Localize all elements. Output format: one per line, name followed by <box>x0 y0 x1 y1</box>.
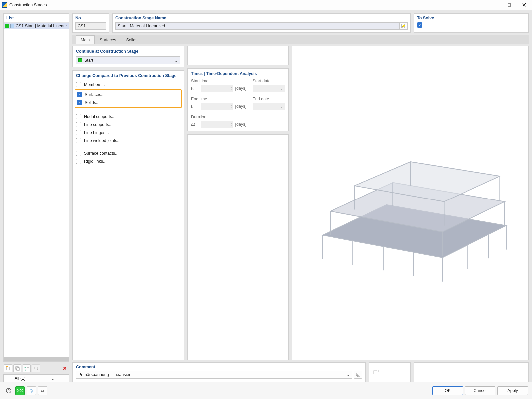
te-symbol: tₑ <box>191 104 199 109</box>
name-panel: Construction Stage Name Start | Material… <box>112 13 411 33</box>
minimize-button[interactable] <box>487 0 502 10</box>
no-heading: No. <box>75 16 106 20</box>
export-button[interactable] <box>372 368 380 376</box>
tab-main[interactable]: Main <box>76 35 95 44</box>
change-surfaces-label: Surfaces... <box>85 92 105 97</box>
stage-filter-label: All (1) <box>4 376 36 381</box>
continue-value: Start <box>84 58 93 63</box>
change-heading: Change Compared to Previous Construction… <box>76 73 180 78</box>
change-line-supports-checkbox[interactable] <box>76 122 81 127</box>
stage-list[interactable]: CS1 Start | Material Lineariz <box>4 23 69 357</box>
svg-rect-33 <box>374 371 377 374</box>
chevron-down-icon <box>36 376 69 381</box>
change-members-checkbox[interactable] <box>76 82 81 87</box>
comment-dropdown[interactable]: Primärspannung - linearisiert <box>76 371 352 379</box>
change-solids-label: Solids... <box>85 100 99 105</box>
tab-solids[interactable]: Solids <box>121 35 142 44</box>
svg-text:?: ? <box>8 389 10 393</box>
times-heading: Times | Time-Dependent Analysis <box>191 71 285 76</box>
stage-list-heading: List <box>4 14 69 23</box>
end-date-input[interactable] <box>253 103 285 110</box>
ts-symbol: tₛ <box>191 86 199 91</box>
help-button[interactable]: ? <box>4 386 13 395</box>
delete-stage-button[interactable]: ✕ <box>61 364 68 372</box>
app-icon <box>2 2 7 8</box>
change-rigid-links-row[interactable]: Rigid links... <box>76 157 180 165</box>
comment-heading: Comment <box>76 365 362 369</box>
change-surfaces-row[interactable]: Surfaces... <box>77 91 180 99</box>
change-line-hinges-checkbox[interactable] <box>76 130 81 135</box>
chevron-down-icon <box>174 58 178 63</box>
stage-filter-dropdown[interactable]: All (1) <box>3 374 69 382</box>
svg-rect-32 <box>357 374 360 377</box>
change-surface-contacts-row[interactable]: Surface contacts... <box>76 149 180 157</box>
change-line-hinges-row[interactable]: Line hinges... <box>76 129 180 137</box>
cancel-button[interactable]: Cancel <box>465 386 495 395</box>
change-members-label: Members... <box>84 82 105 87</box>
times-card: Times | Time-Dependent Analysis Start ti… <box>187 68 289 131</box>
duration-label: Duration <box>191 115 251 119</box>
solve-heading: To Solve <box>417 16 526 20</box>
days-unit: [days] <box>235 104 251 109</box>
change-rigid-links-checkbox[interactable] <box>76 159 81 164</box>
end-date-label: End date <box>253 97 285 101</box>
blank-card-2 <box>187 134 289 360</box>
change-surface-contacts-checkbox[interactable] <box>76 151 81 156</box>
change-surfaces-checkbox[interactable] <box>77 92 82 97</box>
comment-library-button[interactable] <box>354 371 362 379</box>
end-time-input[interactable]: ▲▼ <box>201 103 233 110</box>
solve-panel: To Solve <box>414 13 529 33</box>
blank-card <box>187 46 289 65</box>
close-button[interactable] <box>517 0 531 10</box>
model-preview[interactable] <box>292 46 529 360</box>
tab-surfaces[interactable]: Surfaces <box>95 35 121 44</box>
svg-rect-1 <box>508 4 511 6</box>
change-solids-checkbox[interactable] <box>77 100 82 105</box>
formula-button[interactable]: fx <box>38 386 47 395</box>
change-members-row[interactable]: Members... <box>76 81 180 89</box>
name-field[interactable]: Start | Material Linearized <box>115 22 400 30</box>
new-stage-button[interactable] <box>4 364 12 372</box>
stage-list-panel: List CS1 Start | Material Lineariz <box>3 13 69 362</box>
no-panel: No. CS1 <box>72 13 109 33</box>
maximize-button[interactable] <box>502 0 517 10</box>
continue-dropdown[interactable]: Start <box>76 56 180 64</box>
name-heading: Construction Stage Name <box>115 16 408 20</box>
units-button[interactable]: 0,00 <box>15 386 25 395</box>
change-line-welded-checkbox[interactable] <box>76 138 81 143</box>
stage-color-swatch-2 <box>10 24 14 28</box>
duration-input[interactable]: ▲▼ <box>201 121 233 128</box>
parameters-button[interactable] <box>27 386 36 395</box>
dialog-footer: ? 0,00 fx OK Cancel Apply <box>0 382 532 399</box>
change-line-welded-row[interactable]: Line welded joints... <box>76 137 180 145</box>
start-date-input[interactable] <box>253 85 285 92</box>
change-nodal-supports-checkbox[interactable] <box>76 114 81 119</box>
checklist-button[interactable] <box>23 364 31 372</box>
no-field: CS1 <box>75 22 106 30</box>
reorder-button[interactable] <box>32 364 40 372</box>
stage-list-hscroll[interactable] <box>4 357 69 361</box>
preview-footer-card <box>414 362 529 382</box>
change-line-supports-row[interactable]: Line supports... <box>76 121 180 129</box>
solve-checkbox[interactable] <box>417 22 422 28</box>
stage-list-item[interactable]: CS1 Start | Material Lineariz <box>4 23 69 29</box>
chevron-down-icon <box>346 372 350 377</box>
start-date-label: Start date <box>253 79 285 83</box>
change-nodal-supports-row[interactable]: Nodal supports... <box>76 113 180 121</box>
ok-button[interactable]: OK <box>432 386 463 395</box>
apply-button[interactable]: Apply <box>497 386 528 395</box>
change-solids-row[interactable]: Solids... <box>77 99 180 107</box>
dt-symbol: Δt <box>191 122 199 127</box>
end-time-label: End time <box>191 97 251 101</box>
chevron-down-icon <box>280 86 283 91</box>
svg-rect-4 <box>7 367 10 370</box>
stage-color-swatch <box>78 58 82 62</box>
rename-button[interactable] <box>400 22 408 30</box>
stage-color-swatch <box>5 24 9 28</box>
copy-stage-button[interactable] <box>13 364 21 372</box>
continue-card: Continue at Construction Stage Start <box>72 46 184 67</box>
start-time-input[interactable]: ▲▼ <box>201 85 233 92</box>
svg-rect-8 <box>17 368 19 370</box>
comment-card: Comment Primärspannung - linearisiert <box>72 362 366 382</box>
tabs: Main Surfaces Solids <box>72 35 529 44</box>
